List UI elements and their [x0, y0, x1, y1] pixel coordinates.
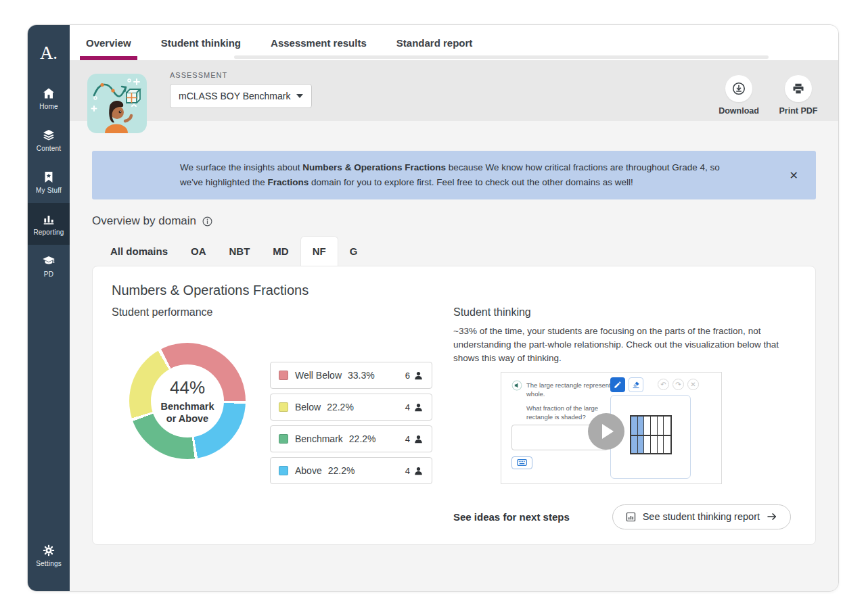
legend-label: Benchmark: [295, 433, 343, 444]
fraction-cell: [664, 435, 670, 453]
legend-count: 4: [405, 466, 410, 476]
legend-label: Well Below: [295, 370, 342, 381]
legend-item[interactable]: Above22.2%4: [270, 457, 432, 484]
person-icon: [413, 466, 424, 476]
my-stuff-icon: [42, 170, 55, 184]
amplify-logo: A.: [28, 25, 70, 77]
donut-center-value: 44%: [170, 377, 205, 398]
domain-tab-md[interactable]: MD: [261, 236, 300, 266]
domain-tab-oa[interactable]: OA: [179, 236, 218, 266]
download-icon: [725, 75, 752, 102]
info-icon[interactable]: [202, 216, 213, 227]
math-illustration: [87, 74, 147, 133]
fraction-cell: [638, 435, 645, 453]
fraction-cell: [664, 417, 670, 435]
assessment-dropdown[interactable]: mCLASS BOY Benchmark: [170, 84, 312, 108]
bar-chart-icon: [625, 511, 637, 523]
pencil-tool-button[interactable]: [610, 377, 625, 392]
domain-card-title: Numbers & Operations Fractions: [112, 283, 796, 298]
legend-item[interactable]: Benchmark22.2%4: [270, 425, 432, 452]
header-actions: Download Print PDF: [716, 75, 821, 116]
speaker-icon: [511, 380, 522, 391]
sidebar-item-label: Settings: [36, 560, 62, 567]
play-button[interactable]: [588, 413, 624, 450]
legend-swatch: [279, 371, 288, 380]
sidebar-item-label: Content: [37, 145, 61, 152]
legend-item[interactable]: Below22.2%4: [270, 394, 432, 421]
download-label: Download: [719, 106, 759, 116]
arrow-right-icon: [766, 511, 778, 523]
redo-icon[interactable]: ↷: [673, 379, 684, 390]
domain-tab-nbt[interactable]: NBT: [218, 236, 262, 266]
fraction-cell: [631, 435, 638, 453]
fraction-cell: [651, 417, 658, 435]
domain-tab-all-domains[interactable]: All domains: [99, 236, 179, 266]
insight-banner-text: We surface the insights about Numbers & …: [92, 160, 816, 191]
sidebar-item-label: Reporting: [33, 229, 64, 236]
fraction-cell: [644, 417, 651, 435]
header-band: ASSESSMENT mCLASS BOY Benchmark Download: [70, 60, 838, 121]
sidebar-item-settings[interactable]: Settings: [28, 534, 70, 576]
content-area: ASSESSMENT mCLASS BOY Benchmark Download: [70, 60, 838, 591]
chevron-down-icon: [296, 94, 303, 98]
section-row: Overview by domain: [92, 214, 816, 228]
banner-text-segment: domain for you to explore first. Feel fr…: [309, 177, 633, 187]
sidebar-nav: HomeContentMy StuffReportingPD: [28, 77, 70, 287]
sidebar-item-reporting[interactable]: Reporting: [28, 203, 70, 245]
close-icon[interactable]: ✕: [790, 169, 798, 182]
viz-close-icon[interactable]: ✕: [687, 379, 699, 390]
fraction-cell: [658, 417, 664, 435]
tab-assessment-results[interactable]: Assessment results: [271, 25, 367, 60]
see-student-thinking-report-button[interactable]: See student thinking report: [612, 504, 791, 529]
fraction-model: [630, 415, 672, 454]
sidebar-item-home[interactable]: Home: [28, 77, 70, 119]
tab-student-thinking[interactable]: Student thinking: [161, 25, 241, 60]
print-pdf-button[interactable]: Print PDF: [776, 75, 821, 116]
legend-percentage: 33.3%: [348, 370, 375, 381]
person-icon: [413, 371, 424, 381]
sidebar-spacer: [28, 287, 70, 534]
app-window: A. HomeContentMy StuffReportingPD Settin…: [27, 24, 839, 592]
insight-banner: We surface the insights about Numbers & …: [92, 151, 816, 199]
sidebar-item-my-stuff[interactable]: My Stuff: [28, 161, 70, 203]
banner-bold-text: Fractions: [267, 177, 309, 187]
sidebar-item-content[interactable]: Content: [28, 119, 70, 161]
undo-icon[interactable]: ↶: [658, 379, 669, 390]
legend-label: Above: [295, 465, 322, 476]
donut-center: 44% Benchmark or Above: [151, 364, 224, 437]
domain-card: Numbers & Operations Fractions Student p…: [92, 266, 816, 545]
eraser-tool-button[interactable]: [629, 377, 643, 392]
performance-legend: Well Below33.3%6Below22.2%4Benchmark22.2…: [270, 362, 432, 489]
fraction-cell: [631, 417, 638, 435]
domain-tabs: All domainsOANBTMDNFG: [92, 236, 816, 266]
assessment-label: ASSESSMENT: [170, 71, 312, 79]
student-performance-title: Student performance: [112, 306, 453, 318]
next-steps-link[interactable]: See ideas for next steps: [453, 511, 570, 523]
legend-percentage: 22.2%: [328, 465, 355, 476]
sidebar-item-label: Home: [39, 103, 58, 110]
page-title: Overview by domain: [92, 214, 196, 228]
tab-standard-report[interactable]: Standard report: [396, 25, 473, 60]
sidebar: A. HomeContentMy StuffReportingPD Settin…: [28, 25, 70, 591]
student-thinking-section: Student thinking ~33% of the time, your …: [453, 306, 796, 529]
thinking-footer: See ideas for next steps See student thi…: [453, 504, 796, 529]
legend-item[interactable]: Well Below33.3%6: [270, 362, 432, 389]
student-performance-section: Student performance 44% Benchmark or Abo…: [112, 306, 453, 529]
domain-tab-g[interactable]: G: [338, 236, 369, 266]
performance-donut-chart: 44% Benchmark or Above: [129, 343, 246, 459]
keyboard-icon[interactable]: [511, 456, 532, 469]
fraction-cell: [644, 435, 651, 453]
download-button[interactable]: Download: [716, 75, 761, 116]
legend-swatch: [279, 466, 288, 475]
donut-center-label: Benchmark or Above: [157, 400, 218, 425]
gear-icon: [42, 544, 55, 557]
sidebar-item-pd[interactable]: PD: [28, 245, 70, 287]
legend-swatch: [279, 434, 288, 444]
thinking-visualization[interactable]: The large rectangle represents 1 whole. …: [501, 372, 722, 484]
fraction-cell: [651, 435, 658, 453]
main-panel: OverviewStudent thinkingAssessment resul…: [70, 25, 838, 591]
domain-tab-nf[interactable]: NF: [300, 236, 338, 266]
sidebar-item-label: PD: [44, 270, 53, 278]
tab-overview[interactable]: Overview: [86, 25, 131, 60]
sidebar-item-label: My Stuff: [36, 187, 62, 194]
